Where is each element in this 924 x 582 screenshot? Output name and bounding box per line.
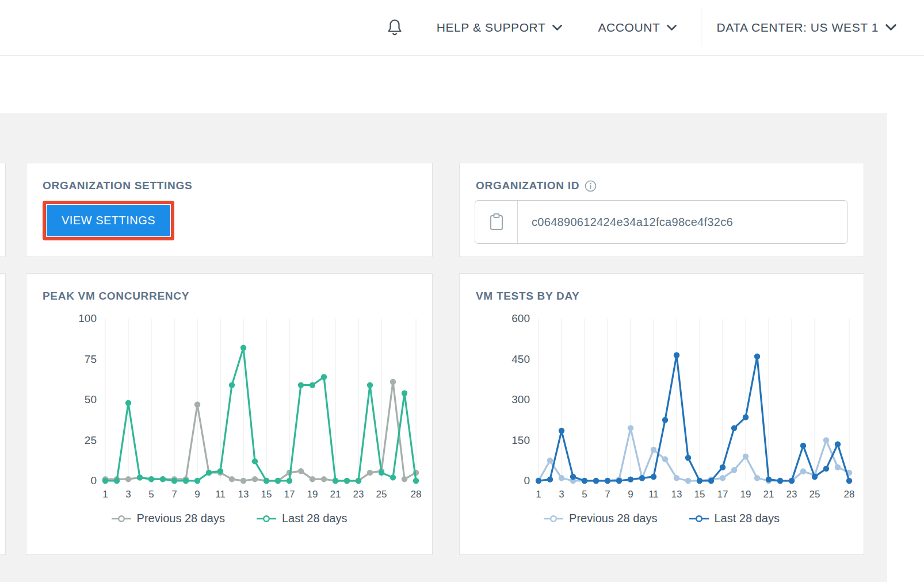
bell-icon: [386, 18, 403, 37]
svg-text:0: 0: [524, 474, 530, 487]
data-center-label: DATA CENTER: US WEST 1: [716, 21, 879, 35]
card-title: ORGANIZATION ID: [460, 163, 864, 192]
help-support-menu[interactable]: HELP & SUPPORT: [437, 21, 563, 35]
svg-text:7: 7: [171, 489, 177, 500]
svg-text:23: 23: [353, 489, 364, 500]
notifications-button[interactable]: [386, 18, 403, 37]
organization-id-field[interactable]: c064890612424e34a12fca98ce4f32c6: [475, 200, 847, 244]
svg-text:5: 5: [148, 489, 154, 500]
vm-tests-by-day-title: VM TESTS BY DAY: [476, 290, 580, 303]
peak-vm-concurrency-title: PEAK VM CONCURRENCY: [43, 290, 189, 303]
svg-text:23: 23: [786, 489, 797, 500]
chevron-down-icon: [885, 24, 896, 31]
organization-id-card: ORGANIZATION ID c064890612424e34a12fca98…: [459, 163, 864, 257]
svg-text:150: 150: [511, 434, 530, 446]
dashboard-content: ORGANIZATION SETTINGS VIEW SETTINGS ORGA…: [0, 113, 924, 582]
svg-text:17: 17: [284, 489, 295, 500]
svg-text:17: 17: [717, 489, 728, 500]
svg-text:50: 50: [85, 393, 97, 405]
vm-tests-by-day-card: VM TESTS BY DAY 135791113151719212325280…: [459, 273, 864, 555]
chart-legend: Previous 28 daysLast 28 days: [26, 512, 432, 525]
svg-text:100: 100: [78, 312, 97, 324]
view-settings-button[interactable]: VIEW SETTINGS: [47, 205, 170, 236]
svg-text:15: 15: [261, 489, 272, 500]
svg-text:25: 25: [85, 434, 97, 446]
info-icon[interactable]: [585, 180, 597, 192]
account-menu[interactable]: ACCOUNT: [598, 21, 677, 35]
legend-item[interactable]: Previous 28 days: [544, 512, 657, 525]
chevron-down-icon: [552, 25, 562, 31]
legend-marker-icon: [112, 515, 131, 523]
vm-tests-by-day-chart: 135791113151719212325280150300450600: [486, 311, 865, 506]
legend-marker-icon: [689, 515, 709, 523]
svg-text:0: 0: [90, 474, 97, 487]
card-title: VM TESTS BY DAY: [460, 274, 864, 303]
svg-text:1: 1: [536, 489, 541, 500]
svg-text:19: 19: [740, 489, 751, 500]
svg-text:9: 9: [194, 489, 200, 500]
organization-id-title: ORGANIZATION ID: [476, 179, 579, 192]
peak-vm-concurrency-chart: 135791113151719212325280255075100: [52, 311, 432, 506]
svg-text:75: 75: [85, 353, 97, 365]
offscreen-card-edge: [0, 273, 6, 555]
svg-text:1: 1: [102, 489, 108, 500]
legend-label: Last 28 days: [282, 512, 347, 525]
svg-text:25: 25: [810, 489, 820, 500]
card-title: ORGANIZATION SETTINGS: [26, 163, 432, 192]
legend-marker-icon: [257, 515, 276, 523]
chevron-down-icon: [667, 25, 677, 31]
svg-text:28: 28: [844, 489, 855, 500]
top-header: HELP & SUPPORT ACCOUNT DATA CENTER: US W…: [0, 0, 924, 56]
organization-settings-card: ORGANIZATION SETTINGS VIEW SETTINGS: [26, 163, 433, 257]
svg-text:28: 28: [411, 489, 422, 500]
legend-label: Previous 28 days: [137, 512, 225, 525]
annotation-highlight-box: VIEW SETTINGS: [43, 201, 174, 240]
svg-text:13: 13: [238, 489, 249, 500]
account-label: ACCOUNT: [598, 21, 660, 35]
svg-text:11: 11: [648, 489, 659, 500]
svg-text:13: 13: [671, 489, 682, 500]
svg-text:5: 5: [582, 489, 587, 500]
legend-item[interactable]: Last 28 days: [257, 512, 347, 525]
svg-text:600: 600: [511, 312, 530, 324]
subheader-strip: [0, 56, 924, 113]
clipboard-icon: [489, 213, 504, 231]
svg-text:300: 300: [511, 393, 530, 405]
header-divider: [701, 9, 701, 46]
legend-item[interactable]: Previous 28 days: [112, 512, 225, 525]
svg-text:9: 9: [628, 489, 633, 500]
peak-vm-concurrency-card: PEAK VM CONCURRENCY 13579111315171921232…: [26, 273, 433, 555]
svg-text:7: 7: [605, 489, 610, 500]
svg-text:11: 11: [215, 489, 226, 500]
chart-legend: Previous 28 daysLast 28 days: [460, 512, 864, 525]
svg-text:21: 21: [763, 489, 774, 500]
legend-item[interactable]: Last 28 days: [689, 512, 780, 525]
legend-label: Previous 28 days: [569, 512, 657, 525]
organization-settings-title: ORGANIZATION SETTINGS: [43, 179, 192, 192]
legend-marker-icon: [544, 515, 563, 523]
svg-text:19: 19: [307, 489, 318, 500]
svg-text:3: 3: [125, 489, 131, 500]
svg-text:21: 21: [330, 489, 341, 500]
scroll-gutter: [887, 113, 924, 582]
offscreen-card-edge: [0, 163, 6, 257]
svg-text:450: 450: [511, 353, 530, 365]
svg-text:3: 3: [559, 489, 564, 500]
organization-id-value: c064890612424e34a12fca98ce4f32c6: [518, 201, 733, 243]
svg-text:25: 25: [376, 489, 387, 500]
copy-button[interactable]: [475, 201, 518, 243]
legend-label: Last 28 days: [715, 512, 780, 525]
help-support-label: HELP & SUPPORT: [437, 21, 546, 35]
data-center-menu[interactable]: DATA CENTER: US WEST 1: [716, 21, 896, 35]
svg-text:15: 15: [694, 489, 705, 500]
card-title: PEAK VM CONCURRENCY: [26, 274, 432, 303]
